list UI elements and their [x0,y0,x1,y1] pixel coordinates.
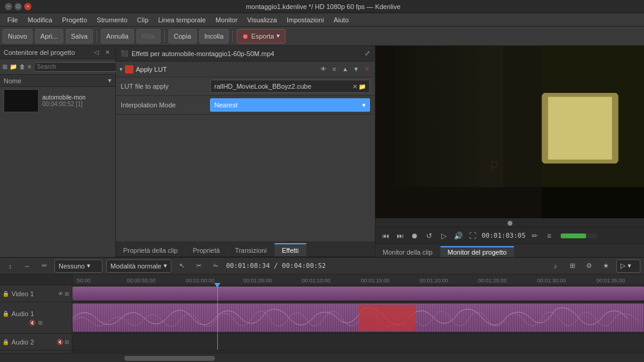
go-start-button[interactable]: ⏮ [380,230,391,241]
preview-menu-icon[interactable]: ≡ [544,230,555,241]
tl-icon-1[interactable]: ↕ [4,259,17,273]
lut-browse-icon[interactable]: 📁 [359,83,366,90]
preview-panel: P ⏮ ⏭ ⏺ ↺ ▷ 🔊 ⛶ 00:01:03:05 [375,46,644,257]
timecode-edit-icon[interactable]: ✏ [529,230,540,241]
go-end-button[interactable]: ⏭ [395,230,406,241]
tab-effetti[interactable]: Effetti [275,243,307,256]
scrollbar-thumb[interactable] [124,356,215,361]
preview-image: P [375,46,644,218]
preview-scrubber[interactable] [375,218,644,227]
menu-strumento[interactable]: Strumento [92,15,132,25]
maximize-button[interactable]: □ [14,3,22,10]
tab-proprieta[interactable]: Proprietà [186,244,228,256]
export-record-icon: ⏺ [242,33,249,40]
video1-clip[interactable] [72,287,644,300]
tl-scissors-icon[interactable]: ✁ [209,259,222,273]
mute-button[interactable]: 🔊 [453,230,464,241]
menu-file[interactable]: File [2,15,23,25]
toolbar: Nuovo Apri... Salva Annulla Rifai Copia … [0,27,644,46]
audio2-add-icon[interactable]: ⊞ [65,339,69,345]
tl-razor2-icon[interactable]: ✂ [192,259,205,273]
menu-modifica[interactable]: Modifica [23,15,57,25]
tl-playback-select[interactable]: ▷ ▾ [616,259,640,273]
menu-linea-temporale[interactable]: Linea temporale [153,15,211,25]
tab-proprieta-clip[interactable]: Proprietà della clip [116,244,186,256]
video1-add-icon[interactable]: ⊞ [65,291,69,297]
play-loop-button[interactable]: ↺ [424,230,435,241]
open-button[interactable]: Apri... [35,29,63,43]
paste-button[interactable]: Incolla [199,29,229,43]
tl-cursor-icon[interactable]: ↖ [175,259,188,273]
video1-eye-icon[interactable]: 👁 [58,291,63,297]
tl-razor-icon[interactable]: ✂ [37,259,51,273]
export-chevron-icon: ▾ [276,32,280,40]
play-zone-button[interactable]: ▷ [438,230,449,241]
export-button[interactable]: ⏺ Esporta ▾ [237,29,285,43]
add-folder-button[interactable]: 📁 [10,62,17,72]
clip-thumbnail [4,89,39,112]
effects-panel: ⬛ Effetti per automobile-montaggio1-60p-… [116,46,375,257]
effect-up-icon[interactable]: ▲ [341,65,349,74]
minimize-button[interactable]: − [5,3,12,10]
audio1-lock-icon[interactable]: 🔒 [2,311,9,317]
fullscreen-button[interactable]: ⛶ [467,230,478,241]
menu-clip[interactable]: Clip [132,15,153,25]
close-button[interactable]: × [24,3,31,10]
effect-expand-icon[interactable]: ▾ [120,66,123,72]
interpolation-select[interactable]: Nearest ▾ [210,98,370,112]
redo-button[interactable]: Rifai [136,29,161,43]
tl-mode-select[interactable]: Nessuno ▾ [54,259,103,273]
video1-lock-icon[interactable]: 🔒 [2,291,9,297]
audio2-lock-icon[interactable]: 🔒 [2,339,9,345]
tab-transizioni[interactable]: Transizioni [228,244,275,256]
clip-search-input[interactable] [34,62,116,72]
tl-star-icon[interactable]: ★ [599,259,613,273]
audio2-mute-icon[interactable]: 🔇 [57,339,63,345]
menu-aiuto[interactable]: Aiuto [329,15,354,25]
play-button[interactable]: ⏺ [409,230,420,241]
new-button[interactable]: Nuovo [2,29,33,43]
panel-icon-1[interactable]: ◁ [92,48,101,57]
audio1-clip[interactable] [72,303,644,332]
menu-clip-button[interactable]: ≡ [28,62,31,72]
add-clip-button[interactable]: ⊞ [2,62,7,72]
menu-progetto[interactable]: Progetto [57,15,92,25]
audio1-add-icon[interactable]: ⊞ [38,320,43,326]
effect-visible-icon[interactable]: 👁 [319,65,328,74]
sort-icon[interactable]: ▾ [108,77,112,84]
lut-clear-icon[interactable]: ✕ [352,83,357,90]
timeline-timecode: 00:01:08:34 / 00:04:00:52 [226,262,326,270]
menu-visualizza[interactable]: Visualizza [243,15,282,25]
timeline-toolbar: ↕ ↔ ✂ Nessuno ▾ Modalità normale ▾ ↖ ✂ ✁… [0,258,644,275]
interpolation-value: Nearest [214,101,238,109]
tl-playback-chevron: ▾ [628,262,631,270]
save-button[interactable]: Salva [66,29,94,43]
effects-maximize-icon[interactable]: ⤢ [365,49,370,57]
panel-close-icon[interactable]: ✕ [103,48,112,57]
tl-mode-chevron: ▾ [87,262,91,270]
copy-button[interactable]: Copia [168,29,197,43]
tl-audio-icon[interactable]: ♪ [549,259,562,273]
tl-settings-icon[interactable]: ⚙ [582,259,596,273]
interpolation-chevron-icon: ▾ [362,101,366,109]
tl-icon-2[interactable]: ↔ [21,259,34,273]
scrubber-indicator [508,221,512,226]
audio1-mute-icon[interactable]: 🔇 [29,320,36,326]
playhead-audio1 [217,302,218,333]
effect-down-icon[interactable]: ▼ [352,65,360,74]
svg-text:P: P [491,159,499,174]
menu-impostazioni[interactable]: Impostazioni [282,15,329,25]
effect-menu-icon[interactable]: ≡ [330,65,339,74]
tl-snap-icon[interactable]: ⊞ [566,259,579,273]
menu-monitor[interactable]: Monitor [211,15,243,25]
name-column-header: Nome ▾ [0,75,115,87]
effect-delete-icon[interactable]: ✕ [363,65,371,74]
tl-normal-mode-select[interactable]: Modalità normale ▾ [106,259,171,273]
delete-clip-button[interactable]: 🗑 [19,62,25,72]
tab-monitor-project[interactable]: Monitor del progetto [441,246,515,257]
win-buttons[interactable]: − □ × [5,3,31,10]
tab-monitor-clip[interactable]: Monitor della clip [375,247,441,257]
undo-button[interactable]: Annulla [101,29,134,43]
timeline-content: 🔒 Video 1 👁 ⊞ 🔒 Audio 1 🔇 ⊞ [0,275,644,353]
clip-item[interactable]: automobile-mon 00:04:00:52 [1] [0,87,115,115]
